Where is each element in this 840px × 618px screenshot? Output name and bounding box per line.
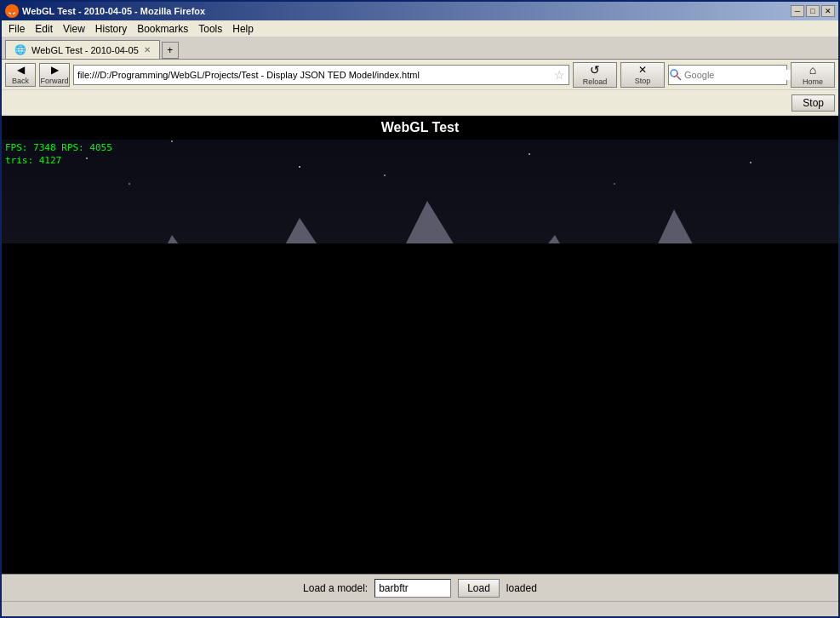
minimize-button[interactable]: ─ [791, 5, 804, 17]
menu-tools[interactable]: Tools [193, 21, 227, 37]
reload-icon [590, 63, 600, 77]
forward-icon [51, 64, 59, 76]
home-button[interactable]: Home [791, 62, 835, 88]
canvas-title-bar: WebGL Test [2, 116, 838, 140]
load-model-label: Load a model: [303, 582, 368, 594]
canvas-title-text: WebGL Test [381, 120, 460, 135]
menu-edit[interactable]: Edit [30, 21, 58, 37]
address-input[interactable] [77, 70, 554, 80]
load-model-button[interactable]: Load [458, 579, 500, 598]
fps-rps-stat: FPS: 7348 RPS: 4055 [5, 141, 112, 154]
menu-view[interactable]: View [58, 21, 90, 37]
firefox-icon: 🦊 [5, 4, 19, 18]
search-input[interactable] [683, 70, 803, 80]
menu-bar: File Edit View History Bookmarks Tools H… [2, 20, 838, 37]
stop-nav-icon [638, 64, 647, 76]
status-bar [2, 601, 838, 616]
title-bar-left: 🦊 WebGL Test - 2010-04-05 - Mozilla Fire… [5, 4, 205, 18]
content-area: WebGL Test FPS: 7348 RPS: 4055 tris: 412… [2, 116, 838, 601]
load-status: loaded [506, 582, 537, 594]
close-button[interactable]: ✕ [821, 5, 835, 17]
forward-button[interactable]: Forward [39, 63, 70, 87]
menu-bookmarks[interactable]: Bookmarks [132, 21, 193, 37]
home-label: Home [803, 77, 823, 86]
back-label: Back [12, 77, 29, 85]
window-controls: ─ □ ✕ [791, 5, 835, 17]
svg-point-78 [171, 140, 173, 142]
tab-bar: 🌐 WebGL Test - 2010-04-05 ✕ + [2, 37, 838, 60]
nav-bar: Back Forward ☆ Reload Stop [2, 60, 838, 90]
stop-bar: Stop [2, 90, 838, 116]
address-bar[interactable]: ☆ [73, 65, 569, 85]
svg-point-86 [614, 183, 615, 185]
svg-line-2 [677, 76, 682, 80]
search-logo [669, 68, 683, 82]
stop-nav-label: Stop [635, 77, 651, 85]
svg-point-79 [299, 166, 300, 168]
back-icon [17, 64, 25, 76]
title-bar: 🦊 WebGL Test - 2010-04-05 - Mozilla Fire… [2, 2, 838, 20]
svg-point-85 [384, 175, 386, 176]
bookmark-star-icon[interactable]: ☆ [554, 68, 565, 82]
forward-label: Forward [40, 77, 68, 85]
bottom-bar: Load a model: Load loaded [2, 574, 838, 601]
maximize-button[interactable]: □ [806, 5, 820, 17]
search-bar[interactable]: 🔍 [668, 65, 787, 85]
svg-point-81 [529, 153, 530, 155]
stop-nav-button[interactable]: Stop [620, 62, 665, 88]
svg-point-83 [750, 162, 751, 163]
back-button[interactable]: Back [5, 63, 36, 87]
tab-label: WebGL Test - 2010-04-05 [31, 45, 139, 55]
menu-file[interactable]: File [3, 21, 30, 37]
home-icon [809, 63, 816, 77]
browser-window: 🦊 WebGL Test - 2010-04-05 - Mozilla Fire… [0, 0, 840, 618]
svg-point-84 [129, 183, 130, 185]
menu-help[interactable]: Help [227, 21, 259, 37]
window-title: WebGL Test - 2010-04-05 - Mozilla Firefo… [22, 6, 205, 16]
model-name-input[interactable] [374, 579, 451, 598]
tab-close-button[interactable]: ✕ [144, 45, 151, 54]
stop-button[interactable]: Stop [791, 94, 835, 112]
menu-history[interactable]: History [90, 21, 132, 37]
tab-favicon: 🌐 [14, 44, 26, 55]
tab-webgl[interactable]: 🌐 WebGL Test - 2010-04-05 ✕ [5, 40, 160, 59]
stats-overlay: FPS: 7348 RPS: 4055 tris: 4127 [5, 141, 112, 168]
reload-button[interactable]: Reload [573, 62, 617, 88]
tris-stat: tris: 4127 [5, 154, 112, 167]
new-tab-button[interactable]: + [162, 42, 179, 59]
reload-label: Reload [583, 77, 608, 86]
